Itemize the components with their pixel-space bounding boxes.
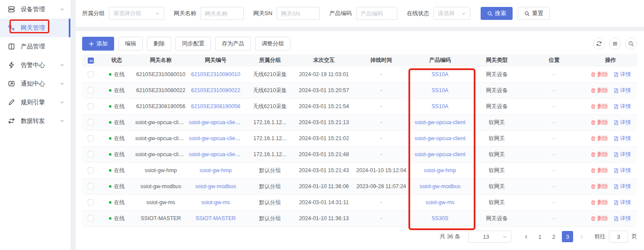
sidebar-item-forward[interactable]: 数据转发 — [0, 112, 70, 130]
save-as-product-label: 存为产品 — [222, 40, 244, 48]
sidebar-item-device[interactable]: 设备管理 — [0, 0, 70, 19]
row-checkbox[interactable] — [88, 103, 94, 109]
sidebar-item-gateway[interactable]: 网关管理 — [0, 19, 70, 37]
edit-button[interactable]: 编辑 — [118, 37, 143, 51]
row-delete-button[interactable]: 删除 — [590, 199, 608, 206]
row-checkbox[interactable] — [88, 215, 94, 221]
offline-time-cell: 2023-09-28 11:07:24 — [352, 183, 411, 189]
row-delete-button[interactable]: 删除 — [590, 215, 608, 222]
table-row: 在线ssiot-gw-opcua-client-...ssiot-gw-opcu… — [82, 131, 637, 147]
online-dot-icon — [109, 185, 112, 188]
table-row: 在线6210SE23100800226210SE2310080022无线6210… — [82, 83, 637, 99]
gateway-code-link[interactable]: 6210SE2308190056 — [191, 103, 240, 109]
page-button-1[interactable]: 1 — [534, 231, 545, 242]
gateway-code-link[interactable]: ssiot-gw-hmp — [200, 167, 232, 173]
refresh-button[interactable] — [593, 38, 605, 50]
document-icon — [613, 152, 619, 157]
location-cell: -- — [524, 87, 584, 93]
product-code-link[interactable]: SS30S — [432, 215, 449, 221]
product-code-link[interactable]: SS10A — [432, 87, 449, 93]
product-code-link[interactable]: ssiot-gw-ms — [426, 199, 455, 205]
group-cell: 默认分组 — [244, 199, 296, 206]
row-checkbox[interactable] — [88, 135, 94, 141]
row-checkbox[interactable] — [88, 119, 94, 125]
gateway-code-link[interactable]: ssiot-gw-opcua-client-... — [189, 151, 244, 157]
online-status-select[interactable]: 请选择 — [434, 7, 470, 20]
last-interaction-cell: 2024-03-01 15:21:54 — [296, 103, 352, 109]
row-checkbox[interactable] — [88, 167, 94, 173]
gateway-code-cell: ssiot-gw-opcua-client-... — [188, 135, 244, 141]
gateway-name-cell: 6210SE2310080010 — [134, 71, 188, 77]
gateway-sn-input[interactable] — [277, 7, 320, 20]
row-checkbox[interactable] — [88, 151, 94, 157]
row-detail-button[interactable]: 详情 — [613, 199, 631, 206]
gateway-code-cell: 6210SE2310080022 — [188, 87, 244, 93]
page-button-2[interactable]: 2 — [548, 231, 559, 242]
adjust-group-button[interactable]: 调整分组 — [255, 37, 290, 51]
row-detail-button[interactable]: 详情 — [613, 135, 631, 142]
gateway-code-link[interactable]: SSIOT-MASTER — [195, 215, 236, 221]
product-code-link[interactable]: ssiot-gw-modbus — [420, 183, 460, 189]
goto-page-input[interactable] — [609, 231, 628, 243]
product-code-link[interactable]: ssiot-gw-opcua-client — [414, 135, 465, 141]
row-detail-button[interactable]: 详情 — [613, 215, 631, 222]
row-delete-button[interactable]: 删除 — [590, 167, 608, 174]
row-detail-button[interactable]: 详情 — [613, 167, 631, 174]
product-code-link[interactable]: ssiot-gw-opcua-client — [414, 151, 465, 157]
row-checkbox[interactable] — [88, 199, 94, 205]
row-detail-button[interactable]: 详情 — [613, 87, 631, 94]
prev-page-button[interactable] — [520, 231, 532, 242]
notify-icon — [8, 80, 15, 87]
status-text: 在线 — [114, 71, 125, 78]
sidebar-item-rules[interactable]: 规则引擎 — [0, 93, 70, 112]
group-select[interactable]: 请选择分组 — [109, 7, 164, 20]
gateway-code-link[interactable]: 6210SE2310080022 — [191, 87, 240, 93]
row-detail-button[interactable]: 详情 — [613, 119, 631, 126]
search-button[interactable]: 搜索 — [481, 7, 513, 20]
sync-config-button[interactable]: 同步配置 — [175, 37, 211, 51]
product-code-link[interactable]: ssiot-gw-hmp — [424, 167, 456, 173]
status-cell: 在线 — [99, 135, 134, 142]
row-delete-button[interactable]: 删除 — [590, 135, 608, 142]
row-delete-button[interactable]: 删除 — [590, 119, 608, 126]
gateway-code-link[interactable]: ssiot-gw-opcua-client-... — [189, 135, 244, 141]
select-all-checkbox[interactable] — [88, 58, 94, 64]
row-checkbox[interactable] — [88, 183, 94, 189]
add-button[interactable]: 添加 — [82, 37, 114, 51]
row-checkbox[interactable] — [88, 87, 94, 93]
sidebar-item-alarm[interactable]: 告警中心 — [0, 56, 70, 74]
row-delete-button[interactable]: 删除 — [590, 151, 608, 158]
alarm-icon — [8, 61, 15, 69]
sidebar-item-notify[interactable]: 通知中心 — [0, 74, 70, 93]
save-as-product-button[interactable]: 存为产品 — [215, 37, 251, 51]
reset-button[interactable]: 重置 — [518, 7, 550, 20]
column-settings-button[interactable] — [609, 38, 621, 50]
gateway-code-link[interactable]: ssiot-gw-opcua-client-... — [189, 119, 244, 125]
gateway-code-link[interactable]: ssiot-gw-ms — [201, 199, 230, 205]
row-delete-button[interactable]: 删除 — [590, 87, 608, 94]
gateway-code-link[interactable]: 6210SE2310080010 — [191, 71, 240, 77]
delete-button[interactable]: 删除 — [147, 37, 171, 51]
product-code-input[interactable] — [356, 7, 397, 20]
table-row: 在线ssiot-gw-opcua-client-...ssiot-gw-opcu… — [82, 115, 637, 131]
row-delete-button[interactable]: 删除 — [590, 71, 608, 78]
sidebar-item-product[interactable]: 产品管理 — [0, 37, 70, 56]
next-page-button[interactable] — [576, 231, 587, 242]
product-code-link[interactable]: SS10A — [432, 71, 449, 77]
row-detail-button[interactable]: 详情 — [613, 151, 631, 158]
row-checkbox[interactable] — [88, 71, 94, 77]
page-size-select[interactable]: 13 — [468, 231, 511, 243]
row-delete-button[interactable]: 删除 — [590, 183, 608, 190]
row-detail-button[interactable]: 详情 — [613, 71, 631, 78]
row-delete-button[interactable]: 删除 — [590, 103, 608, 110]
gateway-name-input[interactable] — [201, 7, 244, 20]
page-button-3[interactable]: 3 — [562, 231, 573, 242]
gateway-type-cell: 软网关 — [469, 199, 524, 206]
product-code-link[interactable]: ssiot-gw-opcua-client — [414, 119, 465, 125]
row-detail-button[interactable]: 详情 — [613, 103, 631, 110]
gateway-code-link[interactable]: ssiot-gw-modbus — [195, 183, 236, 189]
row-detail-button[interactable]: 详情 — [613, 183, 631, 190]
product-code-link[interactable]: SS10A — [432, 103, 449, 109]
refresh-icon — [596, 41, 602, 47]
table-search-button[interactable] — [625, 38, 637, 50]
